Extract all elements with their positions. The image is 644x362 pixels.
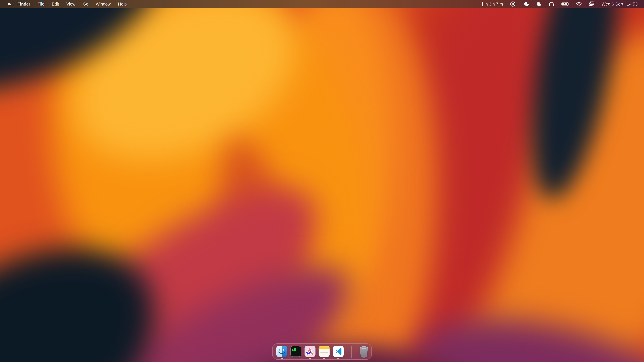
running-indicator <box>338 358 339 359</box>
menu-item-file[interactable]: File <box>34 0 48 8</box>
menu-bar: FinderFileEditViewGoWindowHelp in 3 h 7 … <box>0 0 644 8</box>
desktop-wallpaper <box>0 0 644 362</box>
moon-icon <box>536 1 542 6</box>
running-indicator <box>309 358 311 359</box>
dock-item-notes[interactable] <box>319 346 330 357</box>
menubar-ring-status[interactable] <box>510 0 516 8</box>
menu-bar-status-tray: in 3 h 7 m <box>482 0 638 8</box>
vscode-icon <box>333 346 344 357</box>
dock-separator <box>351 346 352 358</box>
dock: $ <box>272 344 372 360</box>
running-indicator <box>323 358 325 359</box>
wifi-icon <box>576 2 582 6</box>
battery-charging-icon <box>561 2 569 6</box>
arc-browser-icon <box>304 346 316 357</box>
menu-item-window[interactable]: Window <box>92 0 114 8</box>
menubar-headphones[interactable] <box>548 0 554 8</box>
dock-item-trash[interactable] <box>359 346 369 357</box>
running-indicator <box>281 358 283 359</box>
apple-menu[interactable] <box>7 2 12 6</box>
dock-item-finder[interactable] <box>276 346 288 357</box>
timer-label: in 3 h 7 m <box>484 2 503 6</box>
concentric-circles-icon <box>510 1 516 7</box>
headphones-icon <box>548 1 554 6</box>
menu-item-go[interactable]: Go <box>79 0 92 8</box>
menubar-wifi[interactable] <box>576 0 582 8</box>
finder-icon <box>276 346 288 357</box>
desktop: FinderFileEditViewGoWindowHelp in 3 h 7 … <box>0 0 644 362</box>
dock-item-terminal[interactable]: $ <box>290 346 302 357</box>
menu-list: FinderFileEditViewGoWindowHelp <box>14 0 130 8</box>
menu-item-view[interactable]: View <box>63 0 79 8</box>
control-center-icon <box>589 1 594 6</box>
apple-logo-icon <box>8 2 12 6</box>
docker-whale-icon <box>523 1 530 7</box>
menubar-timer[interactable]: in 3 h 7 m <box>482 0 503 8</box>
menubar-battery[interactable] <box>561 0 569 8</box>
time-label: 14:53 <box>627 1 638 7</box>
menu-bar-left: FinderFileEditViewGoWindowHelp <box>7 0 130 8</box>
vertical-bar-icon <box>482 2 483 6</box>
terminal-icon: $ <box>290 346 302 357</box>
date-label: Wed 6 Sep <box>602 1 623 7</box>
dock-item-arc[interactable] <box>304 346 316 357</box>
svg-text:$: $ <box>292 348 294 352</box>
dock-item-vscode[interactable] <box>333 346 344 357</box>
trash-icon <box>359 346 368 358</box>
menubar-docker[interactable] <box>523 0 530 8</box>
notes-icon <box>319 346 330 357</box>
menu-item-help[interactable]: Help <box>114 0 130 8</box>
menubar-focus[interactable] <box>536 0 542 8</box>
menubar-clock[interactable]: Wed 6 Sep 14:53 <box>602 1 638 7</box>
menu-item-finder[interactable]: Finder <box>14 0 34 8</box>
menu-item-edit[interactable]: Edit <box>48 0 63 8</box>
menubar-control-center[interactable] <box>589 0 594 8</box>
